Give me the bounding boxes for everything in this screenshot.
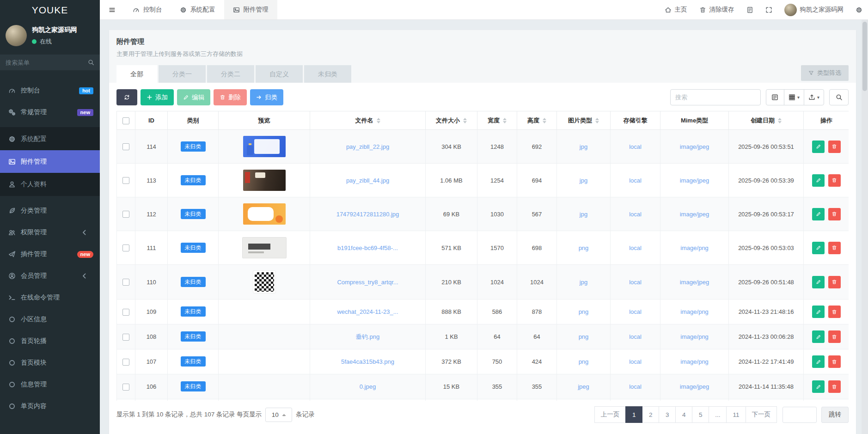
preview-thumbnail[interactable]	[243, 170, 286, 191]
storage-link[interactable]: local	[629, 308, 642, 315]
refresh-button[interactable]	[116, 89, 137, 105]
imgtype-link[interactable]: png	[579, 245, 589, 251]
nav-tab-attachment-management[interactable]: 附件管理	[224, 0, 277, 19]
table-search-input[interactable]	[670, 89, 761, 105]
preview-thumbnail[interactable]	[242, 237, 287, 258]
detail-view-button[interactable]	[766, 89, 784, 105]
settings-gear-icon[interactable]	[856, 6, 862, 13]
home-link[interactable]: 主页	[665, 6, 687, 14]
row-checkbox[interactable]	[122, 279, 129, 286]
edit-button[interactable]: 编辑	[177, 89, 210, 105]
search-submit-button[interactable]	[829, 89, 849, 105]
col-imgtype[interactable]: 图片类型	[557, 111, 611, 130]
row-checkbox[interactable]	[122, 143, 129, 150]
row-edit-button[interactable]	[812, 355, 825, 368]
sidebar-search-input[interactable]	[6, 59, 88, 66]
filename-link[interactable]: pay_zibll_44.jpg	[346, 177, 389, 184]
sidebar-item-dashboard[interactable]: 控制台 hot	[0, 84, 100, 98]
row-delete-button[interactable]	[828, 380, 841, 393]
imgtype-link[interactable]: jpg	[580, 177, 587, 184]
select-all-checkbox[interactable]	[122, 117, 129, 124]
pagination-next[interactable]: 下一页	[746, 406, 777, 423]
tab-category-2[interactable]: 分类二	[207, 65, 254, 83]
navbar-user[interactable]: 狗凯之家源码网	[784, 4, 844, 16]
mime-link[interactable]: image/jpeg	[680, 279, 709, 286]
sidebar-item-attachment-management[interactable]: 附件管理	[0, 150, 100, 173]
sidebar-item-category-management[interactable]: 分类管理	[0, 204, 100, 218]
filename-link[interactable]: pay_zibll_22.jpg	[346, 143, 389, 150]
row-edit-button[interactable]	[812, 242, 825, 254]
row-checkbox[interactable]	[122, 384, 129, 391]
col-height[interactable]: 高度	[517, 111, 557, 130]
nav-tab-system-config[interactable]: 系统配置	[171, 0, 224, 19]
mime-link[interactable]: image/jpeg	[680, 383, 709, 390]
sidebar-item-online-command[interactable]: 在线命令管理	[0, 291, 100, 305]
imgtype-link[interactable]: jpeg	[578, 383, 589, 390]
mime-link[interactable]: image/jpeg	[680, 143, 709, 150]
row-checkbox[interactable]	[122, 359, 129, 366]
storage-link[interactable]: local	[629, 358, 642, 365]
storage-link[interactable]: local	[629, 143, 642, 150]
pagination-page-11[interactable]: 11	[726, 406, 746, 423]
row-edit-button[interactable]	[812, 276, 825, 288]
document-language-icon[interactable]	[746, 6, 753, 13]
classify-button[interactable]: 归类	[250, 89, 283, 105]
imgtype-link[interactable]: png	[579, 358, 589, 365]
preview-thumbnail[interactable]	[253, 271, 275, 293]
tab-category-1[interactable]: 分类一	[159, 65, 206, 83]
row-checkbox[interactable]	[122, 211, 129, 218]
sidebar-item-home-modules[interactable]: 首页模块	[0, 356, 100, 370]
pagination-page-2[interactable]: 2	[642, 406, 659, 423]
imgtype-link[interactable]: jpg	[580, 143, 587, 150]
col-width[interactable]: 宽度	[477, 111, 517, 130]
fullscreen-icon[interactable]	[765, 6, 772, 13]
storage-link[interactable]: local	[629, 211, 642, 218]
filename-link[interactable]: wechat_2024-11-23_...	[337, 308, 398, 315]
pagination-ellipsis[interactable]: ...	[709, 406, 727, 423]
storage-link[interactable]: local	[629, 245, 642, 251]
mime-link[interactable]: image/png	[680, 358, 709, 365]
filename-link[interactable]: 0.jpeg	[360, 383, 376, 390]
mime-link[interactable]: image/png	[680, 245, 709, 251]
row-delete-button[interactable]	[828, 276, 841, 288]
hamburger-menu-icon[interactable]	[100, 0, 124, 19]
row-checkbox[interactable]	[122, 245, 129, 251]
mime-link[interactable]: image/png	[680, 308, 709, 315]
row-delete-button[interactable]	[828, 141, 841, 153]
storage-link[interactable]: local	[629, 177, 642, 184]
col-size[interactable]: 文件大小	[426, 111, 477, 130]
page-jump-input[interactable]	[782, 407, 817, 423]
imgtype-link[interactable]: png	[579, 333, 589, 340]
mime-link[interactable]: image/png	[680, 333, 709, 340]
imgtype-link[interactable]: jpg	[580, 279, 587, 286]
pagination-page-1[interactable]: 1	[625, 406, 642, 423]
export-button[interactable]: ▾	[804, 89, 824, 105]
sidebar-item-member-management[interactable]: 会员管理	[0, 269, 100, 283]
pagination-prev[interactable]: 上一页	[594, 406, 626, 423]
filename-link[interactable]: b191fcee-bc69-4f58-...	[337, 245, 398, 251]
vertical-scrollbar[interactable]	[862, 20, 868, 434]
storage-link[interactable]: local	[629, 279, 642, 286]
col-created[interactable]: 创建日期	[729, 111, 804, 130]
storage-link[interactable]: local	[629, 333, 642, 340]
tab-custom[interactable]: 自定义	[256, 65, 303, 83]
preview-thumbnail[interactable]	[243, 136, 286, 157]
sidebar-item-single-page-content[interactable]: 单页内容	[0, 399, 100, 413]
delete-button[interactable]: 删除	[214, 89, 247, 105]
row-edit-button[interactable]	[812, 306, 825, 318]
imgtype-link[interactable]: png	[579, 308, 589, 315]
mime-link[interactable]: image/jpeg	[680, 211, 709, 218]
row-edit-button[interactable]	[812, 141, 825, 153]
row-edit-button[interactable]	[812, 330, 825, 343]
preview-thumbnail[interactable]	[243, 203, 286, 225]
sidebar-item-system-config[interactable]: 系统配置	[0, 128, 100, 150]
sidebar-item-permission-management[interactable]: 权限管理	[0, 226, 100, 239]
pagination-page-5[interactable]: 5	[692, 406, 709, 423]
row-checkbox[interactable]	[122, 334, 129, 341]
row-delete-button[interactable]	[828, 242, 841, 254]
storage-link[interactable]: local	[629, 383, 642, 390]
row-delete-button[interactable]	[828, 330, 841, 343]
scrollbar-thumb[interactable]	[862, 22, 867, 91]
pagination-page-3[interactable]: 3	[659, 406, 676, 423]
type-filter-button[interactable]: 类型筛选	[801, 65, 849, 81]
